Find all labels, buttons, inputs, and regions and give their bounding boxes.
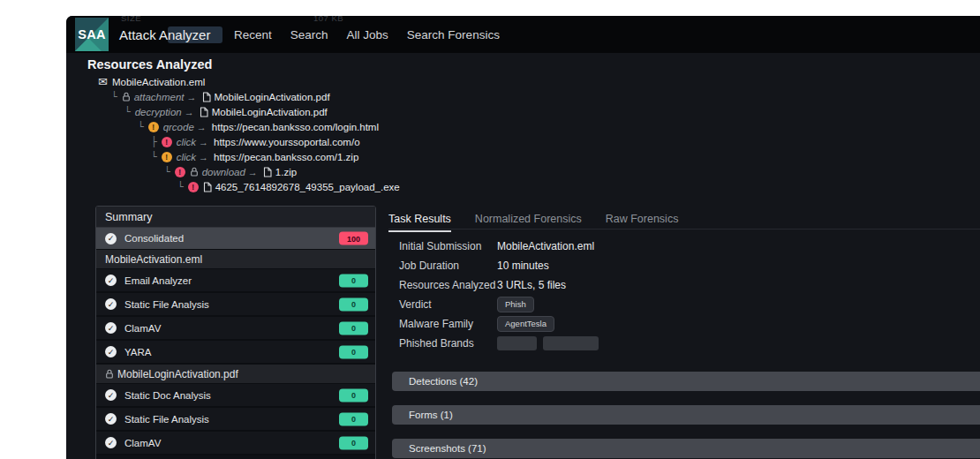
summary-item-label: Static Doc Analysis bbox=[124, 390, 211, 401]
field-phished-brands: Phished Brands bbox=[399, 334, 599, 353]
summary-item-static-file-analysis[interactable]: Static File Analysis 0 bbox=[96, 293, 375, 317]
count-badge: 0 bbox=[339, 388, 368, 402]
arrow-icon: → bbox=[199, 137, 208, 147]
tree-row-qrcode[interactable]: └ qrcode → https://pecan.banksso.com/log… bbox=[138, 119, 379, 134]
section-label: Forms (1) bbox=[409, 410, 453, 420]
summary-section-label: MobileLoginActivation.pdf bbox=[117, 368, 238, 380]
field-label: Resources Analyzed bbox=[399, 279, 497, 291]
main-nav: Recent Search All Jobs Search Forensics bbox=[234, 16, 500, 53]
tree-action-label: click bbox=[177, 152, 196, 162]
field-initial-submission: Initial Submission MobileActivation.eml bbox=[399, 237, 599, 256]
nav-item-all-jobs[interactable]: All Jobs bbox=[347, 28, 388, 41]
summary-panel-title: Summary bbox=[96, 207, 375, 228]
nav-item-recent[interactable]: Recent bbox=[234, 28, 272, 41]
tree-row-attachment[interactable]: └ attachment → MobileLoginActivation.pdf bbox=[111, 89, 330, 104]
tree-target-url[interactable]: https://pecan.banksso.com/login.html bbox=[212, 122, 379, 132]
tree-target[interactable]: MobileLoginActivation.pdf bbox=[212, 107, 328, 117]
summary-item-label: ClamAV bbox=[124, 438, 161, 448]
tree-connector: └ bbox=[164, 166, 170, 177]
summary-item-email-analyzer[interactable]: Email Analyzer 0 bbox=[96, 269, 375, 293]
tree-target-url[interactable]: https://www.yourssoportal.com/o bbox=[214, 137, 360, 147]
tree-action-label: attachment bbox=[134, 92, 185, 102]
tree-target[interactable]: 4625_7614892678_49355_payload_.exe bbox=[215, 182, 400, 192]
warning-icon bbox=[175, 167, 185, 177]
warning-icon bbox=[162, 137, 172, 147]
field-label: Initial Submission bbox=[399, 240, 497, 252]
field-value: 3 URLs, 5 files bbox=[497, 279, 566, 291]
app-title: Attack Analyzer bbox=[119, 16, 210, 53]
field-malware-family: Malware Family AgentTesla bbox=[399, 314, 599, 334]
tree-row-decryption[interactable]: └ decryption → MobileLoginActivation.pdf bbox=[124, 104, 328, 119]
summary-item-clamav-2[interactable]: ClamAV 0 bbox=[96, 432, 375, 455]
arrow-icon: → bbox=[248, 167, 258, 177]
count-badge: 100 bbox=[339, 232, 368, 245]
tree-row-payload-exe[interactable]: └ 4625_7614892678_49355_payload_.exe bbox=[177, 179, 400, 194]
warning-icon bbox=[162, 152, 172, 162]
logo-text: SAA bbox=[75, 18, 109, 51]
tabs-divider bbox=[388, 229, 980, 230]
tree-connector: └ bbox=[138, 121, 144, 132]
summary-panel: Summary Consolidated 100 MobileActivatio… bbox=[95, 206, 376, 459]
verdict-badge[interactable]: Phish bbox=[497, 297, 534, 312]
section-screenshots[interactable]: Screenshots (71) bbox=[392, 439, 980, 458]
app-logo[interactable]: SAA bbox=[75, 18, 109, 51]
arrow-icon: → bbox=[197, 122, 207, 132]
check-circle-icon bbox=[105, 275, 117, 286]
document-icon bbox=[200, 107, 208, 117]
summary-section-eml: MobileActivation.eml bbox=[96, 250, 375, 269]
check-circle-icon bbox=[105, 389, 117, 401]
nav-item-search[interactable]: Search bbox=[290, 28, 328, 41]
tree-action-label: download bbox=[202, 167, 245, 177]
section-forms[interactable]: Forms (1) bbox=[392, 405, 980, 425]
field-resources-analyzed: Resources Analyzed 3 URLs, 5 files bbox=[399, 275, 599, 295]
count-badge: 0 bbox=[339, 297, 368, 311]
summary-item-static-file-analysis-2[interactable]: Static File Analysis 0 bbox=[96, 408, 375, 432]
task-results-fields: Initial Submission MobileActivation.eml … bbox=[399, 237, 599, 353]
section-label: Screenshots (71) bbox=[409, 443, 486, 454]
tree-connector: └ bbox=[177, 181, 184, 192]
section-label: Detections (42) bbox=[409, 376, 478, 387]
phished-brand-badge-redacted bbox=[543, 336, 599, 350]
summary-item-clamav[interactable]: ClamAV 0 bbox=[96, 317, 375, 341]
tree-action-label: qrcode bbox=[163, 122, 194, 132]
check-circle-icon bbox=[105, 346, 117, 357]
field-label: Verdict bbox=[399, 298, 497, 311]
field-value: MobileActivation.eml bbox=[497, 240, 594, 252]
count-badge: 0 bbox=[339, 274, 368, 287]
summary-item-label: Consolidated bbox=[124, 233, 184, 244]
tree-row-click-1[interactable]: ├ click → https://www.yourssoportal.com/… bbox=[151, 134, 360, 149]
nav-item-search-forensics[interactable]: Search Forensics bbox=[407, 28, 500, 41]
tree-action-label: click bbox=[177, 137, 196, 147]
tree-row-eml[interactable]: MobileActivation.eml bbox=[98, 74, 205, 89]
summary-item-consolidated[interactable]: Consolidated 100 bbox=[96, 228, 375, 250]
summary-item-label: Static File Analysis bbox=[124, 414, 209, 425]
app-window: SIZE 107 KB SAA Attack Analyzer Recent S… bbox=[66, 16, 980, 459]
check-circle-icon bbox=[105, 413, 117, 425]
lock-icon bbox=[105, 369, 114, 379]
arrow-icon: → bbox=[185, 107, 194, 117]
summary-item-yara[interactable]: YARA 0 bbox=[96, 341, 375, 365]
tree-target[interactable]: MobileLoginActivation.pdf bbox=[215, 92, 330, 102]
count-badge: 0 bbox=[339, 436, 368, 449]
malware-family-badge[interactable]: AgentTesla bbox=[497, 316, 554, 331]
check-circle-icon bbox=[105, 322, 117, 334]
summary-item-label: ClamAV bbox=[124, 323, 161, 334]
summary-section-label: MobileActivation.eml bbox=[105, 253, 202, 266]
summary-item-static-doc-analysis[interactable]: Static Doc Analysis 0 bbox=[96, 384, 375, 408]
arrow-icon: → bbox=[199, 152, 208, 162]
document-icon bbox=[202, 92, 211, 102]
tree-target[interactable]: 1.zip bbox=[275, 167, 297, 177]
warning-icon bbox=[148, 122, 159, 132]
warning-icon bbox=[188, 182, 199, 192]
tree-target-url[interactable]: https://pecan.banksso.com/1.zip bbox=[214, 152, 358, 162]
section-detections[interactable]: Detections (42) bbox=[392, 372, 980, 391]
tree-target[interactable]: MobileActivation.eml bbox=[112, 77, 205, 87]
tree-connector: ├ bbox=[151, 136, 157, 147]
tree-row-click-2[interactable]: └ click → https://pecan.banksso.com/1.zi… bbox=[151, 149, 358, 164]
phished-brand-badge-redacted bbox=[497, 336, 537, 350]
tree-row-download[interactable]: └ download → 1.zip bbox=[164, 164, 297, 179]
lock-icon bbox=[190, 167, 199, 177]
arrow-icon: → bbox=[187, 92, 197, 102]
lock-icon bbox=[122, 92, 131, 102]
summary-item-label: Email Analyzer bbox=[124, 275, 192, 286]
